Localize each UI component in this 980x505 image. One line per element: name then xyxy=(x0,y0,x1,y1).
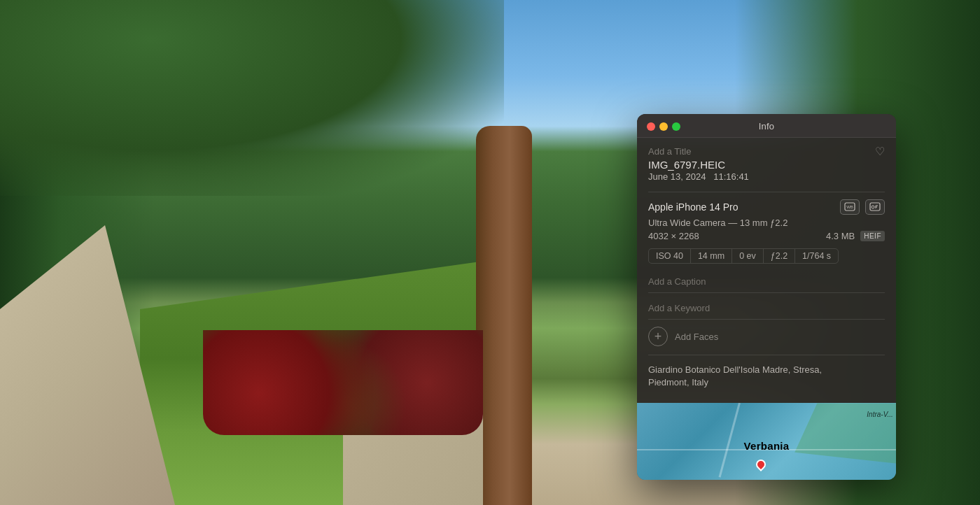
add-faces-button[interactable]: + xyxy=(648,327,668,346)
flower-bed xyxy=(203,330,483,435)
resolution-row: 4032 × 2268 4.3 MB HEIF xyxy=(648,231,885,241)
raw-icon-button[interactable] xyxy=(865,199,885,215)
resolution: 4032 × 2268 xyxy=(648,231,699,241)
photo-title-row: Add a Title ♡ xyxy=(648,146,885,157)
exif-shutter: 1/764 s xyxy=(794,248,839,264)
panel-titlebar: Info xyxy=(637,114,896,138)
close-button[interactable] xyxy=(647,122,655,131)
location-text: Giardino Botanico Dell'Isola Madre, Stre… xyxy=(648,364,885,389)
add-faces-row: + Add Faces xyxy=(648,327,885,355)
format-badge: HEIF xyxy=(860,231,885,241)
svg-text:WB: WB xyxy=(846,205,853,209)
location-name: Giardino Botanico Dell'Isola Madre, Stre… xyxy=(648,364,822,375)
camera-section: Apple iPhone 14 Pro WB xyxy=(648,199,885,241)
exif-focal-length: 14 mm xyxy=(690,248,732,264)
wb-icon: WB xyxy=(844,202,855,212)
map-city-label: Verbania xyxy=(744,439,790,451)
traffic-lights xyxy=(647,122,680,131)
exif-iso: ISO 40 xyxy=(648,248,690,264)
zoom-button[interactable] xyxy=(672,122,680,131)
map-pin-dot xyxy=(754,457,768,471)
camera-row: Apple iPhone 14 Pro WB xyxy=(648,199,885,215)
exif-row: ISO 40 14 mm 0 ev ƒ2.2 1/764 s xyxy=(648,248,885,264)
date: June 13, 2024 xyxy=(648,171,706,182)
hedge-top xyxy=(0,0,504,196)
minimize-button[interactable] xyxy=(659,122,668,131)
map-preview[interactable]: Verbania Intra-V... xyxy=(637,403,896,480)
map-pin xyxy=(756,460,766,469)
filename: IMG_6797.HEIC xyxy=(648,159,885,171)
add-title-field[interactable]: Add a Title xyxy=(648,146,691,157)
location-country: Piedmont, Italy xyxy=(648,377,708,387)
caption-field[interactable]: Add a Caption xyxy=(648,271,885,293)
exif-aperture: ƒ2.2 xyxy=(763,248,794,264)
panel-title: Info xyxy=(759,121,774,131)
svg-point-3 xyxy=(872,206,874,208)
camera-icons: WB xyxy=(840,199,885,215)
date-time: June 13, 2024 11:16:41 xyxy=(648,171,885,182)
wb-icon-button[interactable]: WB xyxy=(840,199,860,215)
tree-trunk xyxy=(476,126,532,505)
keyword-field[interactable]: Add a Keyword xyxy=(648,297,885,320)
add-faces-label: Add Faces xyxy=(675,332,718,342)
camera-name: Apple iPhone 14 Pro xyxy=(648,201,738,213)
location-section: Giardino Botanico Dell'Isola Madre, Stre… xyxy=(648,364,885,389)
divider-1 xyxy=(648,192,885,192)
raw-icon xyxy=(869,202,881,212)
info-panel: Info Add a Title ♡ IMG_6797.HEIC June 13… xyxy=(637,114,896,480)
favorite-button[interactable]: ♡ xyxy=(875,146,885,157)
filesize: 4.3 MB xyxy=(826,231,855,241)
exif-ev: 0 ev xyxy=(732,248,763,264)
map-road-label: Intra-V... xyxy=(867,411,893,418)
lens-info: Ultra Wide Camera — 13 mm ƒ2.2 xyxy=(648,218,885,228)
panel-body: Add a Title ♡ IMG_6797.HEIC June 13, 202… xyxy=(637,138,896,403)
time: 11:16:41 xyxy=(713,171,749,182)
